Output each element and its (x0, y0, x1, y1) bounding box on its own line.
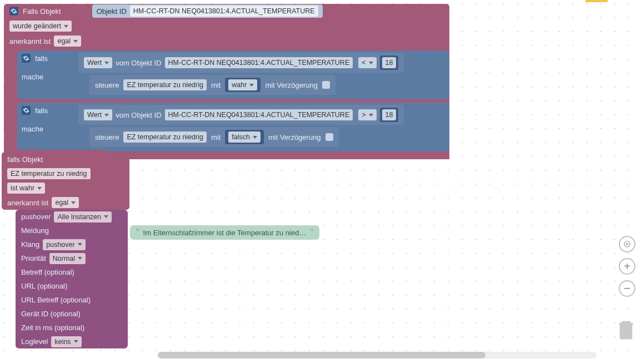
value-dropdown[interactable]: falsch (225, 130, 264, 144)
number-input[interactable]: 18 (380, 108, 399, 122)
klang-dropdown[interactable]: pushover (43, 239, 85, 250)
block-title: Falls Objekt (23, 7, 61, 16)
num-value[interactable]: 18 (382, 109, 397, 120)
zoom-controls: + − (619, 236, 635, 297)
oid-value[interactable]: HM-CC-RT-DN NEQ0413801:4.ACTUAL_TEMPERAT… (165, 57, 353, 68)
ack-label: anerkannt ist (9, 37, 51, 46)
obj-field[interactable]: EZ temperatur zu niedrig (7, 168, 91, 179)
mache-label: mache (22, 125, 74, 133)
block-falls-objekt[interactable]: Falls Objekt Objekt ID HM-CC-RT-DN NEQ04… (4, 4, 449, 159)
target-field[interactable]: EZ temperatur zu niedrig (123, 79, 207, 90)
mache-label: mache (22, 73, 74, 81)
delay-label: mit Verzögerung (265, 81, 318, 89)
op-dropdown[interactable]: < (358, 57, 376, 68)
delay-label: mit Verzögerung (268, 133, 321, 141)
block-pushover[interactable]: pushoverAlle Instanzen Meldung Klangpush… (16, 210, 128, 348)
block-if-1[interactable]: falls mache Wert vom Objekt ID HM-CC-RT-… (17, 50, 449, 99)
svg-point-0 (626, 243, 628, 245)
instance-dropdown[interactable]: Alle Instanzen (54, 211, 112, 223)
vom-label: vom Objekt ID (116, 111, 161, 119)
string-value: Im Elternschlafzimmer ist die Temperatur… (143, 229, 307, 237)
object-id-value[interactable]: HM-CC-RT-DN NEQ0413801:4.ACTUAL_TEMPERAT… (130, 6, 318, 17)
tab-hint (585, 0, 608, 2)
scrollbar-thumb[interactable] (158, 352, 485, 358)
zoom-out-button[interactable]: − (619, 280, 635, 297)
gear-icon[interactable] (9, 7, 18, 16)
target-field[interactable]: EZ temperatur zu niedrig (123, 132, 207, 143)
geraet-id-label: Gerät ID (optional) (21, 310, 81, 318)
block-falls-objekt-2[interactable]: falls Objekt EZ temperatur zu niedrig is… (2, 152, 129, 210)
gear-icon[interactable] (22, 106, 31, 115)
delay-checkbox[interactable] (325, 133, 333, 141)
blockly-workspace[interactable]: Falls Objekt Objekt ID HM-CC-RT-DN NEQ04… (0, 0, 641, 364)
object-id-label: Objekt ID (97, 7, 127, 16)
meldung-label: Meldung (21, 226, 49, 235)
vom-label: vom Objekt ID (116, 59, 161, 67)
value-dropdown[interactable]: wahr (225, 78, 261, 92)
center-button[interactable] (619, 236, 635, 252)
mit-label: mit (211, 81, 221, 89)
ack-label: anerkannt ist (7, 199, 48, 207)
block-if-2[interactable]: falls mache Wert vom Objekt ID HM-CC-RT-… (17, 103, 449, 151)
wert-dropdown[interactable]: Wert (84, 109, 112, 120)
changed-dropdown[interactable]: wurde geändert (9, 21, 72, 32)
control-stmt-2[interactable]: steuere EZ temperatur zu niedrig mit fal… (89, 127, 339, 147)
betreff-label: Betreff (optional) (21, 268, 74, 276)
push-title: pushover (21, 213, 51, 221)
falls-label: falls (35, 107, 48, 115)
number-input[interactable]: 18 (380, 55, 399, 70)
condition-2[interactable]: Wert vom Objekt ID HM-CC-RT-DN NEQ041380… (78, 105, 404, 125)
prio-label: Priorität (21, 254, 46, 262)
val-pill[interactable]: falsch (228, 132, 261, 143)
svg-point-1 (624, 241, 630, 247)
control-stmt-1[interactable]: steuere EZ temperatur zu niedrig mit wah… (89, 75, 335, 95)
num-value[interactable]: 18 (382, 57, 397, 68)
url-label: URL (optional) (21, 282, 67, 290)
condition-1[interactable]: Wert vom Objekt ID HM-CC-RT-DN NEQ041380… (78, 53, 404, 73)
steuere-label: steuere (95, 133, 119, 141)
op-dropdown[interactable]: > (358, 109, 376, 120)
zoom-in-button[interactable]: + (619, 258, 635, 275)
val-pill[interactable]: wahr (228, 79, 257, 90)
loglevel-dropdown[interactable]: keins (51, 336, 81, 347)
falls-label: falls (35, 54, 48, 63)
istwahr-dropdown[interactable]: ist wahr (7, 183, 45, 194)
zeit-label: Zeit in ms (optional) (21, 323, 84, 332)
gear-icon[interactable] (22, 54, 31, 63)
ack-dropdown[interactable]: egal (52, 197, 79, 208)
loglevel-label: Loglevel (21, 337, 48, 346)
string-block[interactable]: Im Elternschlafzimmer ist die Temperatur… (130, 225, 319, 240)
object-id-input[interactable]: Objekt ID HM-CC-RT-DN NEQ0413801:4.ACTUA… (92, 4, 323, 18)
block-title: falls Objekt (7, 155, 43, 164)
ack-dropdown[interactable]: egal (54, 36, 81, 47)
steuere-label: steuere (95, 81, 119, 89)
mit-label: mit (211, 133, 221, 141)
oid-value[interactable]: HM-CC-RT-DN NEQ0413801:4.ACTUAL_TEMPERAT… (165, 109, 353, 120)
wert-dropdown[interactable]: Wert (84, 57, 112, 68)
trash-icon[interactable] (617, 318, 635, 342)
horizontal-scrollbar[interactable] (158, 352, 597, 358)
delay-checkbox[interactable] (322, 81, 330, 89)
url-betreff-label: URL Betreff (optional) (21, 296, 91, 304)
prio-dropdown[interactable]: Normal (49, 253, 86, 264)
klang-label: Klang (21, 240, 39, 249)
